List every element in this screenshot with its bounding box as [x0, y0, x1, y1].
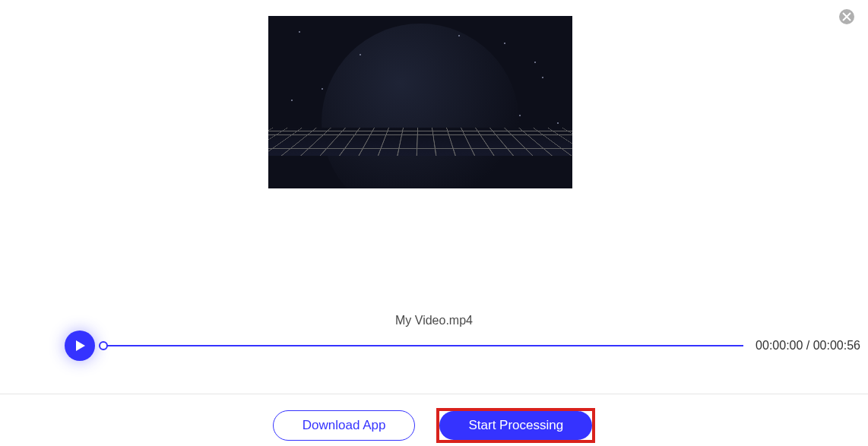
video-preview[interactable]	[268, 16, 572, 188]
timeline-track[interactable]	[103, 345, 743, 346]
time-separator: /	[803, 339, 813, 352]
preview-stars	[268, 16, 572, 188]
player-controls: 00:00:00 / 00:00:56	[65, 331, 860, 361]
play-button[interactable]	[65, 331, 95, 361]
time-display: 00:00:00 / 00:00:56	[756, 339, 860, 353]
time-total: 00:00:56	[813, 339, 860, 352]
close-button[interactable]	[839, 9, 854, 24]
time-current: 00:00:00	[756, 339, 803, 352]
actions-bar: Download App Start Processing	[0, 408, 868, 443]
start-processing-highlight: Start Processing	[436, 408, 595, 443]
download-app-button[interactable]: Download App	[273, 410, 416, 441]
divider	[0, 394, 868, 394]
close-icon	[842, 12, 851, 21]
preview-grid	[268, 128, 572, 156]
filename-label: My Video.mp4	[0, 314, 868, 327]
start-processing-button[interactable]: Start Processing	[439, 411, 592, 440]
timeline-handle[interactable]	[99, 341, 108, 350]
play-icon	[75, 340, 86, 351]
